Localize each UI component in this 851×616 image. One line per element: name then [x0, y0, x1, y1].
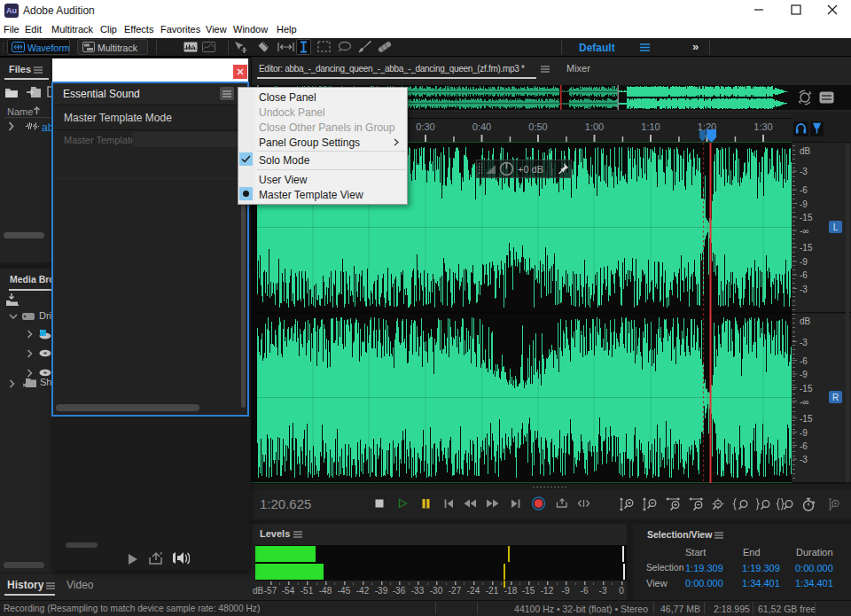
svg-text:-3: -3 [800, 455, 808, 464]
svg-text:0:50: 0:50 [528, 121, 547, 132]
svg-text:-15: -15 [800, 414, 813, 424]
svg-text:-18: -18 [504, 586, 518, 596]
svg-text:-3: -3 [800, 338, 808, 347]
svg-text:0:30: 0:30 [416, 121, 434, 132]
svg-text:-9: -9 [800, 199, 808, 209]
svg-text:0: 0 [619, 586, 624, 596]
svg-text:-6: -6 [800, 356, 808, 366]
svg-text:-3: -3 [599, 586, 607, 596]
svg-text:1:00: 1:00 [585, 121, 604, 132]
svg-text:-9: -9 [800, 257, 808, 267]
svg-text:L: L [833, 222, 839, 232]
svg-text:R: R [832, 393, 839, 402]
svg-text:1:30: 1:30 [753, 121, 772, 132]
svg-text:-54: -54 [282, 586, 295, 596]
svg-text:dB: dB [800, 316, 811, 326]
svg-text:-9: -9 [800, 370, 808, 379]
svg-text:-57: -57 [264, 586, 277, 596]
svg-text:-3: -3 [800, 167, 808, 176]
svg-text:-51: -51 [301, 586, 314, 596]
svg-text:-6: -6 [581, 586, 589, 596]
svg-text:-30: -30 [430, 586, 443, 596]
svg-text:-6: -6 [800, 441, 808, 451]
svg-text:-48: -48 [319, 586, 332, 596]
svg-text:-3: -3 [800, 285, 808, 294]
svg-text:-15: -15 [522, 586, 535, 596]
svg-text:-9: -9 [800, 428, 808, 438]
svg-text:-39: -39 [375, 586, 388, 596]
svg-text:-42: -42 [356, 586, 370, 596]
svg-text:-6: -6 [800, 270, 808, 280]
svg-text:-24: -24 [467, 586, 480, 596]
svg-text:dB: dB [800, 146, 811, 156]
svg-text:0:40: 0:40 [472, 121, 491, 132]
svg-text:-45: -45 [338, 586, 351, 596]
svg-text:-27: -27 [449, 586, 462, 596]
svg-text:-36: -36 [393, 586, 406, 596]
svg-text:-12: -12 [541, 586, 554, 596]
svg-text:-15: -15 [800, 243, 813, 253]
svg-text:-15: -15 [800, 213, 813, 222]
svg-text:-∞: -∞ [800, 226, 808, 236]
svg-text:dB: dB [253, 586, 264, 596]
svg-text:-15: -15 [800, 384, 813, 394]
svg-text:-∞: -∞ [800, 397, 808, 407]
svg-text:-9: -9 [562, 586, 570, 596]
svg-text:-6: -6 [800, 185, 808, 195]
svg-text:-33: -33 [411, 586, 425, 596]
svg-text:1:10: 1:10 [641, 121, 660, 132]
svg-text:-21: -21 [486, 586, 499, 596]
